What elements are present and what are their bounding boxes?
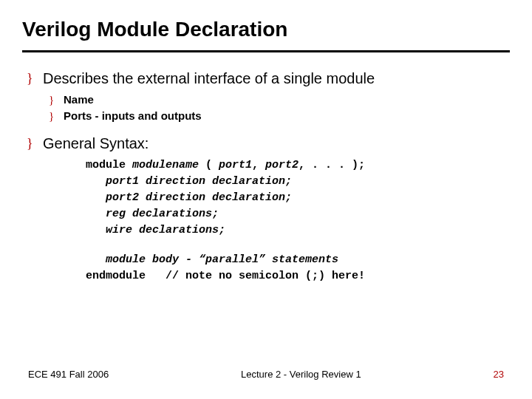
bullet-level2: } Name bbox=[49, 92, 510, 107]
slide-content: } Describes the external interface of a … bbox=[22, 69, 510, 284]
sub-bullets: } Name } Ports - inputs and outputs bbox=[49, 92, 510, 123]
code-line: module body - “parallel” statements bbox=[86, 252, 510, 268]
code-kw: module bbox=[86, 159, 132, 171]
bullet-level1: } Describes the external interface of a … bbox=[27, 69, 510, 88]
bullet-icon: } bbox=[49, 92, 64, 107]
bullet-text: General Syntax: bbox=[43, 134, 149, 153]
code-line: port1 direction declaration; bbox=[86, 174, 510, 190]
code-ital: port1 bbox=[219, 159, 252, 171]
bullet-text: Ports - inputs and outputs bbox=[64, 109, 202, 123]
code-line: endmodule // note no semicolon (;) here! bbox=[86, 268, 510, 284]
bullet-icon: } bbox=[27, 134, 43, 153]
code-line: module modulename ( port1, port2, . . . … bbox=[86, 157, 510, 174]
code-line: wire declarations; bbox=[86, 222, 510, 239]
code-block: module modulename ( port1, port2, . . . … bbox=[86, 157, 510, 284]
bullet-icon: } bbox=[27, 69, 43, 88]
bullet-level2: } Ports - inputs and outputs bbox=[49, 109, 510, 123]
code-txt: ( bbox=[199, 159, 219, 171]
bullet-text: Describes the external interface of a si… bbox=[43, 69, 375, 88]
bullet-level1: } General Syntax: bbox=[27, 134, 510, 153]
code-txt: , . . . ); bbox=[299, 159, 365, 171]
code-ital: modulename bbox=[132, 159, 199, 171]
code-ital: port2 bbox=[265, 159, 299, 171]
bullet-text: Name bbox=[64, 92, 94, 107]
bullet-icon: } bbox=[49, 109, 64, 123]
slide-title: Verilog Module Declaration bbox=[22, 18, 510, 41]
footer-center: Lecture 2 - Verilog Review 1 bbox=[241, 369, 361, 380]
code-line: port2 direction declaration; bbox=[86, 190, 510, 206]
code-line: reg declarations; bbox=[86, 206, 510, 222]
code-gap bbox=[86, 239, 510, 252]
slide-footer: ECE 491 Fall 2006 Lecture 2 - Verilog Re… bbox=[0, 369, 532, 380]
footer-left: ECE 491 Fall 2006 bbox=[28, 369, 109, 380]
title-underline bbox=[22, 50, 510, 52]
code-txt: , bbox=[252, 159, 265, 171]
page-number: 23 bbox=[494, 369, 504, 380]
